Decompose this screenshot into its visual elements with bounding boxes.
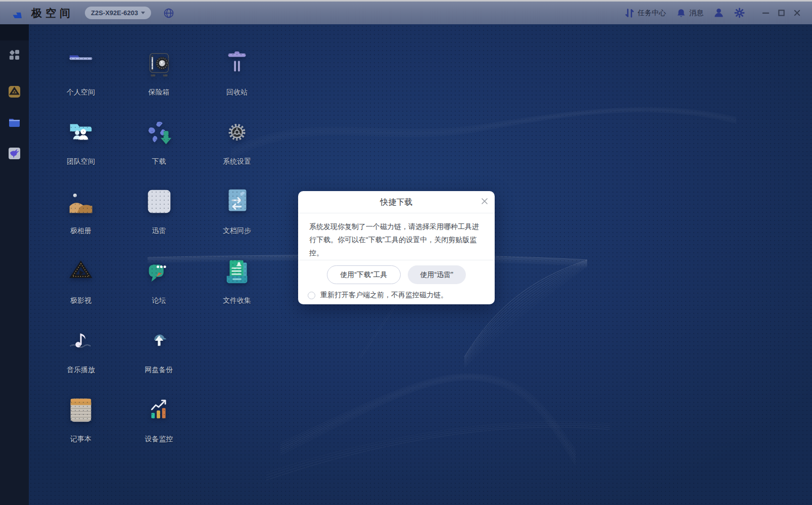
music-icon xyxy=(65,326,97,357)
app-tile-photo-album[interactable]: 极相册 xyxy=(50,187,112,236)
personal-space-icon xyxy=(65,48,97,79)
app-tile-music[interactable]: 音乐播放 xyxy=(50,326,112,375)
app-tile-recycle-bin[interactable]: 回收站 xyxy=(206,48,268,97)
dialog-header: 快捷下载 xyxy=(298,191,495,213)
app-label: 音乐播放 xyxy=(50,365,112,375)
use-thunder-button[interactable]: 使用“迅雷” xyxy=(408,265,466,284)
minimize-button[interactable] xyxy=(762,9,770,17)
system-settings-icon xyxy=(221,117,253,149)
app-tile-team-space[interactable]: 团队空间 xyxy=(50,117,112,166)
safe-icon xyxy=(144,48,175,79)
stop-monitoring-label: 重新打开客户端之前，不再监控磁力链。 xyxy=(320,291,448,300)
app-label: 网盘备份 xyxy=(128,365,190,375)
messages-label: 消息 xyxy=(689,9,703,18)
app-tile-movies[interactable]: 极影视 xyxy=(50,256,112,305)
app-tile-download[interactable]: 下载 xyxy=(128,117,190,166)
dialog-title: 快捷下载 xyxy=(380,198,413,206)
app-tile-personal-space[interactable]: 个人空间 xyxy=(50,48,112,97)
sidebar-item-folder-small-icon[interactable] xyxy=(8,116,21,129)
photo-album-icon xyxy=(65,187,97,218)
device-monitor-icon xyxy=(144,395,175,426)
app-label: 系统设置 xyxy=(206,157,268,166)
app-tile-file-collect[interactable]: 文件收集 xyxy=(206,256,268,305)
dialog-button-row: 使用“下载”工具 使用“迅雷” xyxy=(298,260,495,284)
app-tile-thunder[interactable]: 迅雷 xyxy=(128,187,190,236)
app-label: 极影视 xyxy=(50,296,112,305)
app-tile-system-settings[interactable]: 系统设置 xyxy=(206,117,268,166)
settings-button[interactable] xyxy=(734,8,745,18)
notepad-icon xyxy=(65,395,97,426)
team-space-icon xyxy=(65,117,97,149)
app-label: 个人空间 xyxy=(50,88,112,97)
sidebar-item-thunder-small-icon[interactable] xyxy=(8,147,21,160)
doc-sync-icon xyxy=(221,187,253,218)
file-collect-icon xyxy=(221,256,253,288)
maximize-button[interactable] xyxy=(778,9,785,17)
sidebar-item-apps-grid-icon[interactable] xyxy=(8,49,21,61)
gear-icon xyxy=(734,8,745,18)
app-label: 文档同步 xyxy=(206,226,268,236)
titlebar: 极空间 Z2S-X92E-6203 任务中心 消息 xyxy=(0,0,812,24)
app-label: 回收站 xyxy=(206,88,268,97)
device-selector[interactable]: Z2S-X92E-6203 xyxy=(85,7,151,19)
app-label: 论坛 xyxy=(128,296,190,305)
quick-download-dialog: 快捷下载 系统发现你复制了一个磁力链，请选择采用哪种工具进行下载。你可以在“下载… xyxy=(298,191,495,304)
close-button[interactable] xyxy=(793,9,801,17)
user-button[interactable] xyxy=(713,8,724,18)
app-label: 迅雷 xyxy=(128,226,190,236)
app-tile-doc-sync[interactable]: 文档同步 xyxy=(206,187,268,236)
recycle-bin-icon xyxy=(221,48,253,79)
app-label: 保险箱 xyxy=(128,88,190,97)
app-label: 记事本 xyxy=(50,435,112,444)
stop-monitoring-radio[interactable] xyxy=(308,292,315,299)
app-label: 文件收集 xyxy=(206,296,268,305)
thunder-icon xyxy=(144,187,175,218)
app-tile-notepad[interactable]: 记事本 xyxy=(50,395,112,444)
download-icon xyxy=(144,117,175,149)
dialog-close-icon[interactable] xyxy=(481,198,488,205)
dialog-body-text: 系统发现你复制了一个磁力链，请选择采用哪种工具进行下载。你可以在“下载”工具的设… xyxy=(298,213,495,260)
app-tile-device-monitor[interactable]: 设备监控 xyxy=(128,395,190,444)
dialog-checkbox-row: 重新打开客户端之前，不再监控磁力链。 xyxy=(308,291,495,300)
bell-icon xyxy=(676,8,686,18)
app-tile-safe[interactable]: 保险箱 xyxy=(128,48,190,97)
messages-button[interactable]: 消息 xyxy=(676,8,703,18)
brand-name: 极空间 xyxy=(31,6,74,20)
app-label: 极相册 xyxy=(50,226,112,236)
sidebar-item-movies-small-icon[interactable] xyxy=(8,85,21,98)
use-download-tool-button[interactable]: 使用“下载”工具 xyxy=(327,265,400,284)
sidebar xyxy=(0,24,29,505)
task-center-label: 任务中心 xyxy=(638,9,666,18)
chevron-down-icon xyxy=(141,12,145,14)
brand-logo-icon xyxy=(10,6,24,20)
movies-icon xyxy=(65,256,97,288)
app-label: 团队空间 xyxy=(50,157,112,166)
forum-icon xyxy=(144,256,175,288)
task-center-button[interactable]: 任务中心 xyxy=(625,8,666,18)
globe-button[interactable] xyxy=(163,8,174,19)
task-center-icon xyxy=(625,8,635,18)
user-icon xyxy=(713,8,724,18)
cloud-backup-icon xyxy=(144,326,175,357)
app-tile-forum[interactable]: 论坛 xyxy=(128,256,190,305)
app-tile-cloud-backup[interactable]: 网盘备份 xyxy=(128,326,190,375)
device-name: Z2S-X92E-6203 xyxy=(91,9,138,17)
app-label: 设备监控 xyxy=(128,435,190,444)
app-label: 下载 xyxy=(128,157,190,166)
